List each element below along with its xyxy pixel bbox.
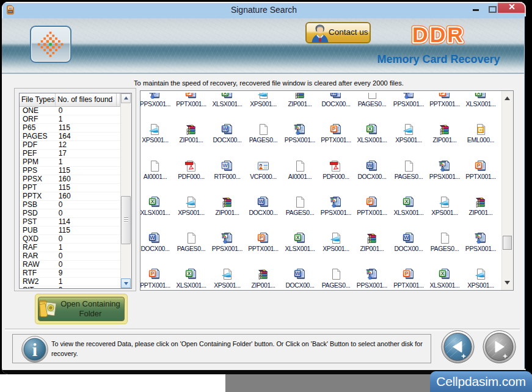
svg-text:i: i (32, 339, 37, 360)
svg-text:DDR: DDR (412, 23, 465, 47)
svg-text:SD: SD (9, 7, 12, 10)
